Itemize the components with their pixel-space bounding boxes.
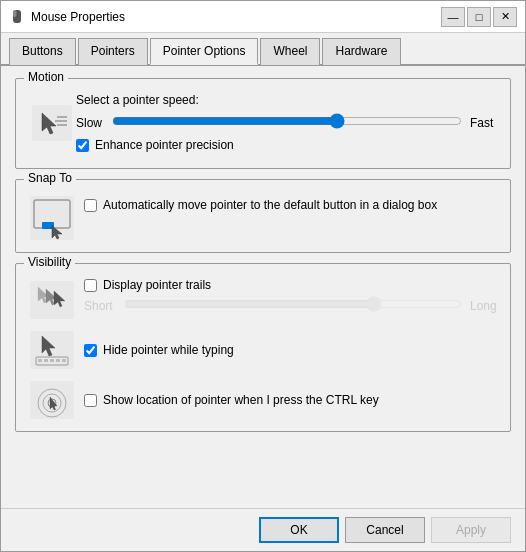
svg-rect-1 [13,10,17,17]
tab-pointers[interactable]: Pointers [78,38,148,65]
minimize-button[interactable]: — [441,7,465,27]
motion-icon-area [28,103,76,143]
show-location-icon-area [28,379,76,421]
svg-rect-21 [50,359,54,362]
trails-icon [30,281,74,319]
title-bar: Mouse Properties — □ ✕ [1,1,525,33]
short-label: Short [84,299,116,313]
ctrl-key-icon [30,381,74,419]
snap-auto-row: Automatically move pointer to the defaul… [84,198,498,212]
title-bar-controls: — □ ✕ [441,7,517,27]
speed-slider-row: Slow Fast [76,113,498,132]
snap-to-content: Automatically move pointer to the defaul… [28,194,498,242]
snap-to-row: Automatically move pointer to the defaul… [28,194,498,242]
apply-button[interactable]: Apply [431,517,511,543]
motion-group-label: Motion [24,70,68,84]
maximize-button[interactable]: □ [467,7,491,27]
visibility-group-label: Visibility [24,255,75,269]
motion-row: Select a pointer speed: Slow Fast Enhanc… [28,93,498,152]
snap-to-group: Snap To [15,179,511,253]
snap-icon-area [28,194,76,242]
enhance-label[interactable]: Enhance pointer precision [95,138,234,152]
show-location-checkbox-row: Show location of pointer when I press th… [84,393,498,407]
mouse-icon [9,9,25,25]
hide-checkbox-row: Hide pointer while typing [84,343,498,357]
snap-to-checkbox[interactable] [84,199,97,212]
svg-rect-23 [62,359,66,362]
visibility-content: Display pointer trails Short Long [28,278,498,421]
hide-typing-label[interactable]: Hide pointer while typing [103,343,234,357]
visibility-group: Visibility [15,263,511,432]
hide-typing-checkbox[interactable] [84,344,97,357]
close-button[interactable]: ✕ [493,7,517,27]
mouse-properties-window: Mouse Properties — □ ✕ Buttons Pointers … [0,0,526,552]
tab-pointer-options[interactable]: Pointer Options [150,38,259,65]
content-area: Motion [1,66,525,508]
snap-to-right: Automatically move pointer to the defaul… [84,194,498,212]
motion-group-content: Select a pointer speed: Slow Fast Enhanc… [28,93,498,152]
snap-cursor-icon [30,196,74,240]
snap-to-label[interactable]: Automatically move pointer to the defaul… [103,198,437,212]
show-location-checkbox[interactable] [84,394,97,407]
enhance-row: Enhance pointer precision [76,138,498,152]
hide-typing-icon [30,331,74,369]
snap-to-group-label: Snap To [24,171,76,185]
tab-bar: Buttons Pointers Pointer Options Wheel H… [1,33,525,66]
speed-desc: Select a pointer speed: [76,93,498,107]
long-label: Long [470,299,498,313]
trails-slider-row: Short Long [84,296,498,315]
hide-icon-area [28,329,76,371]
trails-checkbox-row: Display pointer trails [84,278,498,292]
footer: OK Cancel Apply [1,508,525,551]
enhance-checkbox[interactable] [76,139,89,152]
show-location-right: Show location of pointer when I press th… [84,393,498,407]
cursor-speed-icon [32,105,72,141]
trails-label[interactable]: Display pointer trails [103,278,211,292]
show-location-label[interactable]: Show location of pointer when I press th… [103,393,379,407]
svg-rect-22 [56,359,60,362]
speed-slider[interactable] [112,113,462,129]
trails-slider-wrapper [124,296,462,315]
speed-slider-wrapper [112,113,462,132]
hide-right: Hide pointer while typing [84,343,498,357]
tab-wheel[interactable]: Wheel [260,38,320,65]
svg-rect-19 [38,359,42,362]
motion-right: Select a pointer speed: Slow Fast Enhanc… [76,93,498,152]
trails-row: Display pointer trails Short Long [28,278,498,321]
motion-group: Motion [15,78,511,169]
hide-row: Hide pointer while typing [28,329,498,371]
trails-right: Display pointer trails Short Long [84,278,498,321]
tab-buttons[interactable]: Buttons [9,38,76,65]
slow-label: Slow [76,116,104,130]
svg-rect-20 [44,359,48,362]
cancel-button[interactable]: Cancel [345,517,425,543]
trails-slider[interactable] [124,296,462,312]
svg-rect-16 [30,331,74,369]
trails-checkbox[interactable] [84,279,97,292]
tab-hardware[interactable]: Hardware [322,38,400,65]
trails-icon-area [28,279,76,321]
show-location-row: Show location of pointer when I press th… [28,379,498,421]
window-title: Mouse Properties [31,10,441,24]
fast-label: Fast [470,116,498,130]
ok-button[interactable]: OK [259,517,339,543]
